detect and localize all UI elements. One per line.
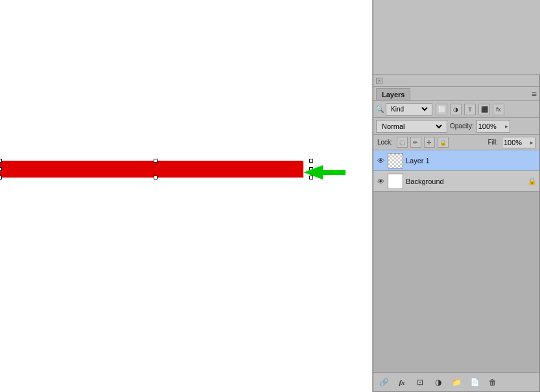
layers-panel: × Layers ≡ 🔍 Kind Name Effect Mode ⬜ ◑ T… bbox=[373, 75, 540, 392]
layer-thumb-background bbox=[388, 174, 403, 189]
canvas-area bbox=[0, 0, 373, 392]
layer-styles-button[interactable]: fx bbox=[395, 376, 408, 389]
handle-bottom-left[interactable] bbox=[0, 176, 2, 179]
delete-layer-button[interactable]: 🗑 bbox=[486, 376, 499, 389]
filter-smartobj-icon[interactable]: fx bbox=[493, 104, 504, 115]
panel-close-bar: × bbox=[373, 75, 539, 87]
panel-empty-area bbox=[373, 261, 539, 372]
eye-toggle-layer1[interactable]: 👁 bbox=[376, 156, 385, 165]
lock-position-button[interactable]: ✛ bbox=[424, 137, 435, 148]
filter-row: 🔍 Kind Name Effect Mode ⬜ ◑ T ⬛ fx bbox=[373, 101, 539, 118]
layer-item-layer1[interactable]: 👁 Layer 1 bbox=[373, 150, 539, 171]
lock-transparent-pixels-button[interactable]: ⬚ bbox=[397, 137, 408, 148]
link-layers-button[interactable]: 🔗 bbox=[377, 376, 390, 389]
layer-thumb-layer1 bbox=[388, 153, 403, 168]
handle-mid-left[interactable] bbox=[0, 167, 2, 171]
kind-select[interactable]: Kind Name Effect Mode bbox=[388, 105, 430, 113]
layer-name-background: Background bbox=[406, 178, 525, 185]
opacity-label: Opacity: bbox=[450, 122, 474, 130]
opacity-input-wrap[interactable]: ▸ bbox=[476, 120, 510, 133]
handle-top-right[interactable] bbox=[309, 159, 313, 163]
panel-toolbar: 🔗 fx ⊡ ◑ 📁 📄 🗑 bbox=[373, 372, 539, 391]
red-stripe-container bbox=[0, 161, 311, 178]
fill-arrow[interactable]: ▸ bbox=[530, 139, 534, 146]
filter-adjustment-icon[interactable]: ◑ bbox=[450, 104, 462, 115]
blend-mode-select[interactable]: Normal Dissolve Multiply Screen Overlay bbox=[379, 122, 444, 131]
panel-expand-button[interactable]: ≡ bbox=[532, 89, 537, 100]
blend-row: Normal Dissolve Multiply Screen Overlay … bbox=[373, 118, 539, 135]
lock-row: Lock: ⬚ ✏ ✛ 🔒 Fill: ▸ bbox=[373, 135, 539, 150]
opacity-arrow[interactable]: ▸ bbox=[505, 123, 508, 130]
layer-item-background[interactable]: 👁 Background 🔒 bbox=[373, 171, 539, 192]
svg-marker-0 bbox=[303, 165, 346, 179]
filter-shape-icon[interactable]: ⬛ bbox=[478, 104, 490, 115]
fill-label: Fill: bbox=[487, 139, 498, 146]
filter-icons: ⬜ ◑ T ⬛ fx bbox=[436, 104, 504, 115]
layer-lock-icon-background: 🔒 bbox=[528, 177, 537, 185]
blend-mode-dropdown[interactable]: Normal Dissolve Multiply Screen Overlay bbox=[376, 120, 447, 133]
lock-image-pixels-button[interactable]: ✏ bbox=[410, 137, 421, 148]
layers-tab[interactable]: Layers bbox=[376, 88, 410, 100]
fill-input-wrap[interactable]: ▸ bbox=[502, 137, 535, 148]
new-layer-button[interactable]: 📄 bbox=[468, 376, 481, 389]
opacity-input[interactable] bbox=[478, 122, 502, 130]
eye-toggle-background[interactable]: 👁 bbox=[376, 177, 385, 186]
panel-tab-bar: Layers ≡ bbox=[373, 87, 539, 101]
panel-top-area bbox=[373, 0, 540, 75]
search-icon: 🔍 bbox=[376, 106, 384, 113]
layers-list[interactable]: 👁 Layer 1 👁 Background 🔒 bbox=[373, 150, 539, 261]
new-fill-adjustment-button[interactable]: ◑ bbox=[432, 376, 445, 389]
filter-type-icon[interactable]: T bbox=[464, 104, 476, 115]
filter-pixel-icon[interactable]: ⬜ bbox=[436, 104, 447, 115]
lock-label: Lock: bbox=[377, 139, 393, 146]
add-mask-button[interactable]: ⊡ bbox=[414, 376, 427, 389]
kind-dropdown[interactable]: Kind Name Effect Mode bbox=[386, 103, 432, 116]
red-stripe-layer bbox=[0, 161, 303, 178]
panel-close-button[interactable]: × bbox=[376, 78, 382, 84]
fill-input[interactable] bbox=[504, 139, 527, 146]
green-arrow bbox=[303, 165, 342, 178]
new-group-button[interactable]: 📁 bbox=[450, 376, 463, 389]
lock-all-button[interactable]: 🔒 bbox=[438, 137, 449, 148]
handle-bottom-mid[interactable] bbox=[154, 176, 158, 179]
handle-top-mid[interactable] bbox=[154, 159, 158, 163]
handle-top-left[interactable] bbox=[0, 159, 2, 163]
layer-name-layer1: Layer 1 bbox=[406, 157, 537, 165]
